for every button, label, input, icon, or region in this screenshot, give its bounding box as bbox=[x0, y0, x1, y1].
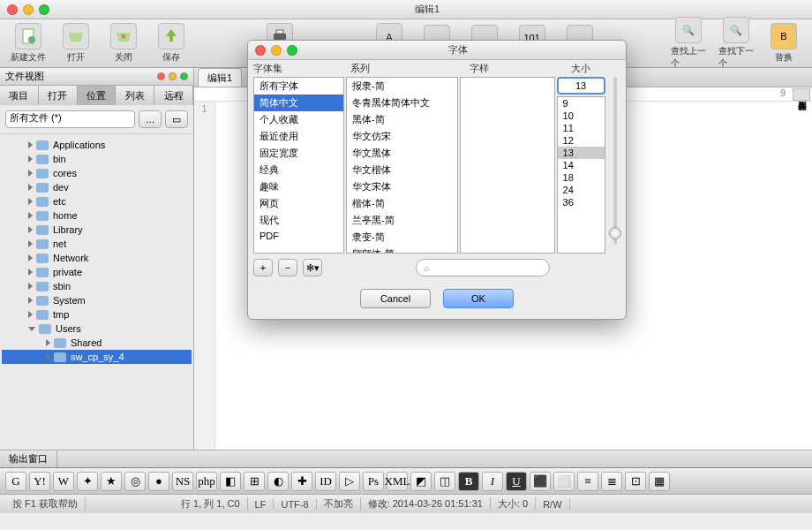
collection-item[interactable]: PDF bbox=[254, 229, 343, 243]
tree-item[interactable]: Library bbox=[2, 223, 192, 237]
size-slider[interactable] bbox=[611, 77, 620, 254]
tree-item[interactable]: etc bbox=[2, 194, 192, 208]
bottom-button-22[interactable]: ⬛ bbox=[530, 472, 551, 491]
bottom-button-20[interactable]: I bbox=[482, 472, 503, 491]
status-highlight[interactable]: 不加亮 bbox=[317, 497, 361, 511]
disclosure-arrow-icon[interactable] bbox=[46, 353, 50, 360]
bottom-button-25[interactable]: ≣ bbox=[601, 472, 622, 491]
disclosure-arrow-icon[interactable] bbox=[28, 269, 33, 276]
ok-button[interactable]: OK bbox=[443, 289, 514, 308]
disclosure-arrow-icon[interactable] bbox=[28, 240, 33, 247]
tree-item[interactable]: tmp bbox=[2, 307, 192, 322]
bottom-button-14[interactable]: ▷ bbox=[339, 472, 360, 491]
collection-item[interactable]: 个人收藏 bbox=[254, 111, 343, 128]
server-list-panel-tab[interactable]: 服务器列表 bbox=[793, 88, 810, 101]
size-list[interactable]: 91011121314182436 bbox=[557, 96, 605, 254]
status-encoding[interactable]: UTF-8 bbox=[274, 499, 316, 510]
family-item[interactable]: 华文宋体 bbox=[347, 178, 457, 195]
disclosure-arrow-icon[interactable] bbox=[28, 141, 33, 148]
disclosure-arrow-icon[interactable] bbox=[28, 283, 33, 290]
find-prev-button[interactable]: 🔍 查找上一个 bbox=[671, 17, 706, 70]
bottom-button-1[interactable]: Y! bbox=[29, 472, 50, 491]
bottom-button-0[interactable]: G bbox=[5, 472, 26, 491]
bottom-button-23[interactable]: ⬜ bbox=[553, 472, 575, 491]
font-dialog-close-button[interactable] bbox=[255, 45, 266, 56]
bottom-button-6[interactable]: ● bbox=[148, 472, 169, 491]
editor-tab[interactable]: 编辑1 bbox=[198, 68, 242, 87]
new-file-button[interactable]: 新建文件 bbox=[11, 23, 46, 64]
minimize-window-button[interactable] bbox=[23, 4, 34, 15]
family-item[interactable]: 黑体-简 bbox=[347, 111, 457, 128]
size-item[interactable]: 24 bbox=[558, 184, 605, 196]
collection-item[interactable]: 网页 bbox=[254, 195, 343, 212]
family-item[interactable]: 冬青黑体简体中文 bbox=[347, 95, 457, 111]
file-tree[interactable]: ApplicationsbincoresdevetchomeLibrarynet… bbox=[0, 134, 193, 450]
size-item[interactable]: 13 bbox=[558, 147, 605, 159]
disclosure-arrow-icon[interactable] bbox=[46, 339, 50, 346]
tree-item[interactable]: Applications bbox=[2, 138, 192, 152]
bottom-button-24[interactable]: ≡ bbox=[577, 472, 598, 491]
font-dialog-min-button[interactable] bbox=[271, 45, 282, 56]
bottom-button-9[interactable]: ◧ bbox=[220, 472, 241, 491]
disclosure-arrow-icon[interactable] bbox=[28, 184, 33, 191]
close-window-button[interactable] bbox=[7, 4, 18, 15]
sidebar-min-button[interactable] bbox=[169, 72, 177, 80]
tree-item[interactable]: System bbox=[2, 293, 192, 307]
disclosure-arrow-icon[interactable] bbox=[28, 198, 33, 205]
bottom-button-5[interactable]: ◎ bbox=[124, 472, 146, 491]
family-list[interactable]: 报隶-简冬青黑体简体中文黑体-简华文仿宋华文黑体华文楷体华文宋体楷体-简兰亭黑-… bbox=[346, 77, 458, 254]
family-item[interactable]: 华文楷体 bbox=[347, 162, 457, 178]
disclosure-arrow-icon[interactable] bbox=[28, 254, 33, 261]
sidebar-zoom-button[interactable] bbox=[180, 72, 188, 80]
family-item[interactable]: 楷体-简 bbox=[347, 195, 457, 212]
size-item[interactable]: 10 bbox=[558, 110, 605, 122]
collection-actions-button[interactable]: ✻▾ bbox=[303, 259, 322, 276]
disclosure-arrow-icon[interactable] bbox=[28, 170, 33, 177]
family-item[interactable]: 翩翩体-简 bbox=[347, 246, 457, 254]
bottom-button-26[interactable]: ⊡ bbox=[625, 472, 646, 491]
bottom-button-15[interactable]: Ps bbox=[363, 472, 384, 491]
tree-item[interactable]: bin bbox=[2, 152, 192, 166]
open-button[interactable]: 打开 bbox=[58, 23, 94, 64]
bottom-button-18[interactable]: ◫ bbox=[434, 472, 455, 491]
collection-item[interactable]: 所有字体 bbox=[254, 78, 343, 95]
collection-item[interactable]: 经典 bbox=[254, 162, 343, 178]
family-item[interactable]: 华文仿宋 bbox=[347, 128, 457, 145]
tree-item[interactable]: Shared bbox=[2, 336, 192, 350]
cancel-button[interactable]: Cancel bbox=[360, 289, 431, 308]
size-input[interactable] bbox=[557, 77, 605, 95]
collection-item[interactable]: 趣味 bbox=[254, 178, 343, 195]
collection-item[interactable]: 简体中文 bbox=[254, 95, 343, 111]
tree-item[interactable]: home bbox=[2, 208, 192, 223]
file-filter-select[interactable]: 所有文件 (*) bbox=[5, 110, 135, 128]
disclosure-arrow-icon[interactable] bbox=[28, 327, 35, 331]
bottom-button-16[interactable]: XML bbox=[387, 472, 408, 491]
font-search-field[interactable]: ⌕ bbox=[416, 259, 550, 276]
status-eol[interactable]: LF bbox=[248, 499, 274, 510]
family-item[interactable]: 隶变-简 bbox=[347, 229, 457, 246]
size-item[interactable]: 9 bbox=[558, 97, 605, 110]
disclosure-arrow-icon[interactable] bbox=[28, 311, 33, 318]
filter-options-button[interactable]: … bbox=[139, 110, 162, 128]
collection-item[interactable]: 固定宽度 bbox=[254, 145, 343, 162]
remove-collection-button[interactable]: − bbox=[278, 259, 297, 276]
family-item[interactable]: 报隶-简 bbox=[347, 78, 457, 95]
family-item[interactable]: 兰亭黑-简 bbox=[347, 212, 457, 229]
bottom-button-8[interactable]: php bbox=[196, 472, 217, 491]
tree-item[interactable]: dev bbox=[2, 180, 192, 194]
bottom-button-4[interactable]: ★ bbox=[101, 472, 122, 491]
tree-item[interactable]: cores bbox=[2, 166, 192, 180]
bottom-button-13[interactable]: ID bbox=[315, 472, 336, 491]
tree-item[interactable]: Network bbox=[2, 251, 192, 265]
family-item[interactable]: 华文黑体 bbox=[347, 145, 457, 162]
tree-item[interactable]: private bbox=[2, 265, 192, 279]
slider-thumb[interactable] bbox=[609, 227, 621, 239]
disclosure-arrow-icon[interactable] bbox=[28, 212, 33, 219]
sidebar-tab-4[interactable]: 远程 bbox=[154, 86, 193, 105]
sidebar-tab-0[interactable]: 项目 bbox=[0, 86, 39, 105]
sidebar-close-button[interactable] bbox=[157, 72, 165, 80]
size-item[interactable]: 18 bbox=[558, 171, 605, 184]
size-item[interactable]: 11 bbox=[558, 122, 605, 134]
zoom-window-button[interactable] bbox=[39, 4, 49, 15]
add-collection-button[interactable]: + bbox=[253, 259, 273, 276]
